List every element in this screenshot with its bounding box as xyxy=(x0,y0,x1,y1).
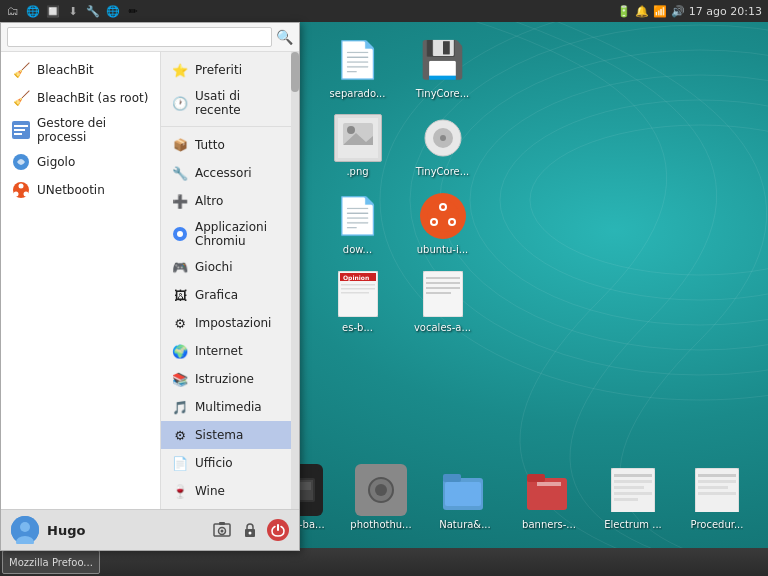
impostazioni-icon: ⚙ xyxy=(171,314,189,332)
desktop-icon-ubuntu-label: ubuntu-i... xyxy=(417,244,469,255)
altro-label: Altro xyxy=(195,194,223,208)
menu-search-input[interactable] xyxy=(7,27,272,47)
internet-label: Internet xyxy=(195,344,243,358)
user-name: Hugo xyxy=(47,523,211,538)
svg-text:Opinion: Opinion xyxy=(343,274,369,282)
svg-rect-83 xyxy=(219,522,225,525)
desktop-icon-ubuntu[interactable]: ubuntu-i... xyxy=(405,186,480,259)
desktop-icon-window[interactable]: 📄 dow... xyxy=(320,186,395,259)
svg-rect-30 xyxy=(426,292,451,294)
giochi-icon: 🎮 xyxy=(171,258,189,276)
svg-point-17 xyxy=(441,205,445,209)
menu-cat-wine[interactable]: 🍷 Wine xyxy=(161,477,299,505)
desktop-icon-opinion-label: es-b... xyxy=(342,322,373,333)
start-menu: 🔍 🧹 BleachBit 🧹 BleachBit (as root) xyxy=(0,22,300,551)
menu-search-button[interactable]: 🔍 xyxy=(276,29,293,45)
menu-right-pane: ⭐ Preferiti 🕐 Usati di recente 📦 Tutto 🔧… xyxy=(161,52,299,509)
ufficio-icon: 📄 xyxy=(171,454,189,472)
bottom-icon-banners-label: banners-... xyxy=(522,519,576,530)
grafica-label: Grafica xyxy=(195,288,238,302)
taskbar-item-mozilla[interactable]: Mozzilla Prefoo... xyxy=(2,550,100,574)
panel-icon-4[interactable]: ⬇ xyxy=(64,2,82,20)
unetbootin-label: UNetbootin xyxy=(37,183,105,197)
desktop-icon-tinycore-img-label: TinyCore... xyxy=(416,166,470,177)
menu-cat-usati[interactable]: 🕐 Usati di recente xyxy=(161,84,299,122)
menu-app-gigolo[interactable]: Gigolo xyxy=(1,148,160,176)
menu-cat-ufficio[interactable]: 📄 Ufficio xyxy=(161,449,299,477)
panel-icon-7[interactable]: ✏ xyxy=(124,2,142,20)
menu-app-gestore[interactable]: Gestore dei processi xyxy=(1,112,160,148)
menu-cat-multimedia[interactable]: 🎵 Multimedia xyxy=(161,393,299,421)
menu-cat-accessori[interactable]: 🔧 Accessori xyxy=(161,159,299,187)
panel-icon-3[interactable]: 🔲 xyxy=(44,2,62,20)
svg-point-19 xyxy=(432,220,436,224)
accessori-label: Accessori xyxy=(195,166,252,180)
bottom-icon-photothumb-label: phothothu... xyxy=(350,519,411,530)
menu-cat-impostazioni[interactable]: ⚙ Impostazioni xyxy=(161,309,299,337)
panel-icon-2[interactable]: 🌐 xyxy=(24,2,42,20)
bleachbit-icon: 🧹 xyxy=(11,60,31,80)
panel-icon-bell: 🔔 xyxy=(635,5,649,18)
lock-button[interactable] xyxy=(239,519,261,541)
svg-rect-61 xyxy=(614,492,652,495)
menu-cat-sistema[interactable]: ⚙ Sistema xyxy=(161,421,299,449)
panel-right: 🔋 🔔 📶 🔊 17 ago 20:13 xyxy=(611,5,768,18)
menu-scrollbar-thumb[interactable] xyxy=(291,52,299,92)
svg-rect-62 xyxy=(614,498,638,501)
bottom-icon-procedur-label: Procedur... xyxy=(691,519,744,530)
desktop-icon-opinion[interactable]: Opinion es-b... xyxy=(320,264,395,337)
bottom-taskbar: Mozzilla Prefoo... xyxy=(0,548,768,576)
usati-label: Usati di recente xyxy=(195,89,289,117)
desktop-icon-tinycore-label: TinyCore... xyxy=(416,88,470,99)
altro-icon: ➕ xyxy=(171,192,189,210)
preferiti-label: Preferiti xyxy=(195,63,242,77)
screenshot-button[interactable] xyxy=(211,519,233,541)
menu-app-bleachbit-root[interactable]: 🧹 BleachBit (as root) xyxy=(1,84,160,112)
menu-cat-grafica[interactable]: 🖼 Grafica xyxy=(161,281,299,309)
menu-cat-chromium[interactable]: Applicazioni Chromiu xyxy=(161,215,299,253)
menu-cat-tutto[interactable]: 📦 Tutto xyxy=(161,131,299,159)
menu-cat-preferiti[interactable]: ⭐ Preferiti xyxy=(161,56,299,84)
panel-icon-6[interactable]: 🌐 xyxy=(104,2,122,20)
desktop-icons-area: 📄 separado... 💾 TinyCore... .png xyxy=(320,30,758,476)
menu-app-unetbootin[interactable]: UNetbootin xyxy=(1,176,160,204)
desktop-icon-vocales[interactable]: vocales-a... xyxy=(405,264,480,337)
menu-body: 🧹 BleachBit 🧹 BleachBit (as root) Gestor… xyxy=(1,52,299,509)
menu-cat-internet[interactable]: 🌍 Internet xyxy=(161,337,299,365)
svg-point-80 xyxy=(20,522,30,532)
bottom-icon-natura-label: Natura&... xyxy=(439,519,490,530)
wine-icon: 🍷 xyxy=(171,482,189,500)
svg-point-12 xyxy=(440,135,446,141)
power-button[interactable] xyxy=(267,519,289,541)
menu-cat-giochi[interactable]: 🎮 Giochi xyxy=(161,253,299,281)
bottom-icon-electrum-label: Electrum ... xyxy=(604,519,662,530)
desktop-icon-tinycore[interactable]: 💾 TinyCore... xyxy=(405,30,480,103)
svg-rect-56 xyxy=(537,482,561,486)
svg-rect-69 xyxy=(14,125,28,127)
svg-rect-59 xyxy=(614,480,652,483)
bleachbit-label: BleachBit xyxy=(37,63,94,77)
menu-cat-altro[interactable]: ➕ Altro xyxy=(161,187,299,215)
menu-left-pane: 🧹 BleachBit 🧹 BleachBit (as root) Gestor… xyxy=(1,52,161,509)
istruzione-icon: 📚 xyxy=(171,370,189,388)
svg-rect-23 xyxy=(341,284,375,286)
menu-cat-istruzione[interactable]: 📚 Istruzione xyxy=(161,365,299,393)
svg-rect-67 xyxy=(698,492,736,495)
panel-icon-battery: 🔋 xyxy=(617,5,631,18)
svg-point-74 xyxy=(19,184,24,189)
desktop-icon-vocales-label: vocales-a... xyxy=(414,322,471,333)
desktop-icon-tinycore-img[interactable]: TinyCore... xyxy=(405,108,480,181)
svg-point-85 xyxy=(221,530,224,533)
menu-app-bleachbit[interactable]: 🧹 BleachBit xyxy=(1,56,160,84)
preferiti-icon: ⭐ xyxy=(171,61,189,79)
desktop-icon-separator[interactable]: 📄 separado... xyxy=(320,30,395,103)
panel-icon-1[interactable]: 🗂 xyxy=(4,2,22,20)
chromium-label: Applicazioni Chromiu xyxy=(195,220,289,248)
desktop-icon-png[interactable]: .png xyxy=(320,108,395,181)
svg-rect-53 xyxy=(445,482,481,506)
wine-label: Wine xyxy=(195,484,225,498)
svg-point-87 xyxy=(249,532,252,535)
tutto-icon: 📦 xyxy=(171,136,189,154)
panel-icon-5[interactable]: 🔧 xyxy=(84,2,102,20)
panel-icon-net: 📶 xyxy=(653,5,667,18)
